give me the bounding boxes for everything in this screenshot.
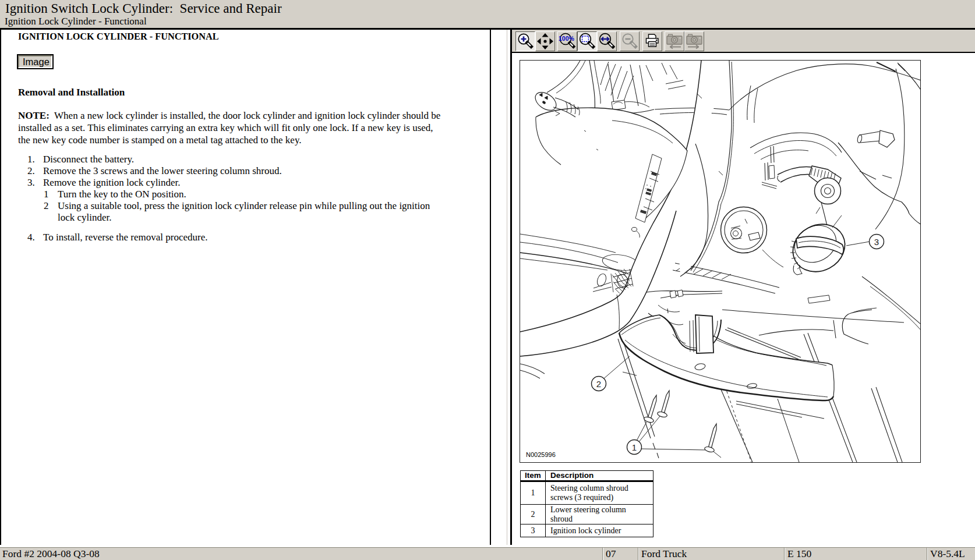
svg-text:100%: 100%	[559, 35, 575, 42]
svg-text:2: 2	[596, 379, 601, 389]
svg-text:1: 1	[632, 442, 637, 452]
svg-text:3: 3	[874, 237, 879, 247]
